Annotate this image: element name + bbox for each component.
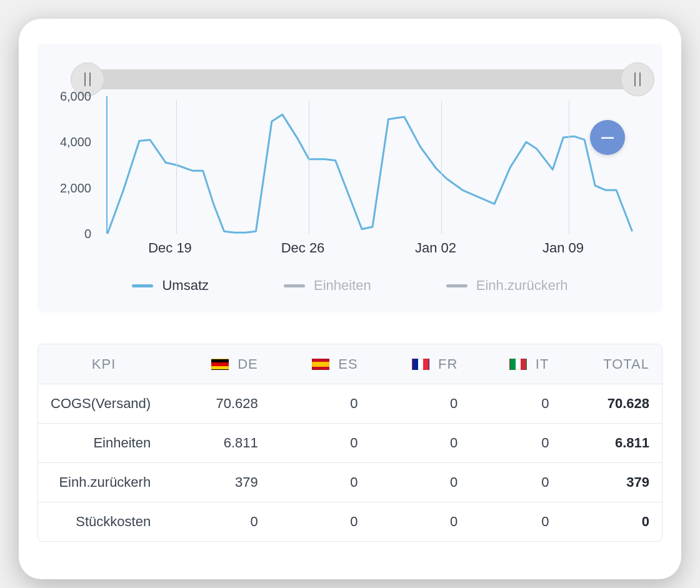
col-it: IT xyxy=(470,344,561,384)
cell-total: 0 xyxy=(561,502,662,542)
dashboard-card: 02,0004,0006,000 – Dec 19Dec 26Jan 02Jan… xyxy=(19,19,681,579)
col-de: DE xyxy=(169,344,271,384)
cell-de: 70.628 xyxy=(169,384,271,424)
legend-item[interactable]: Einheiten xyxy=(284,277,371,294)
x-tick: Jan 02 xyxy=(415,240,456,256)
chart-legend: UmsatzEinheitenEinh.zurückerh xyxy=(50,277,650,294)
cell-fr: 0 xyxy=(371,424,471,463)
gridline xyxy=(569,101,569,234)
x-tick: Jan 09 xyxy=(542,240,584,256)
flag-it-icon xyxy=(509,359,527,370)
gridline xyxy=(441,101,442,234)
table-row: Einheiten6.8110006.811 xyxy=(38,424,662,463)
cell-kpi: Einh.zurückerh xyxy=(38,463,169,502)
gridline xyxy=(176,101,177,234)
y-axis: 02,0004,0006,000 xyxy=(56,96,100,234)
col-es: ES xyxy=(271,344,371,384)
cell-es: 0 xyxy=(271,424,371,463)
flag-es-icon xyxy=(312,359,329,370)
cell-kpi: Einheiten xyxy=(38,424,169,463)
legend-label: Einheiten xyxy=(314,277,371,294)
cell-es: 0 xyxy=(271,502,371,542)
cell-de: 6.811 xyxy=(169,424,271,463)
cell-it: 0 xyxy=(470,463,561,502)
y-tick: 4,000 xyxy=(60,135,91,149)
legend-item[interactable]: Umsatz xyxy=(132,277,209,294)
cell-it: 0 xyxy=(470,384,561,424)
legend-item[interactable]: Einh.zurückerh xyxy=(446,277,568,294)
legend-swatch-icon xyxy=(446,284,468,287)
cell-fr: 0 xyxy=(371,502,471,542)
date-range-slider[interactable] xyxy=(88,62,638,96)
cell-total: 6.811 xyxy=(561,424,662,463)
table-header-row: KPI DE ES FR IT TOTAL xyxy=(38,344,662,384)
x-tick: Dec 19 xyxy=(148,240,192,256)
chart-panel: 02,0004,0006,000 – Dec 19Dec 26Jan 02Jan… xyxy=(38,44,662,312)
cell-it: 0 xyxy=(470,424,561,463)
cell-fr: 0 xyxy=(371,463,471,502)
cell-es: 0 xyxy=(271,384,371,424)
gridline xyxy=(309,101,309,234)
legend-label: Umsatz xyxy=(162,277,209,294)
kpi-table: KPI DE ES FR IT TOTAL COGS(Versand)70.62… xyxy=(38,344,662,542)
y-tick: 6,000 xyxy=(60,89,91,104)
col-total: TOTAL xyxy=(561,344,662,384)
minus-fab[interactable]: – xyxy=(590,120,625,155)
y-tick: 2,000 xyxy=(60,181,91,195)
line-chart: 02,0004,0006,000 – Dec 19Dec 26Jan 02Jan… xyxy=(56,96,638,252)
cell-it: 0 xyxy=(470,502,561,542)
slider-handle-right[interactable] xyxy=(621,62,654,96)
table-row: Einh.zurückerh379000379 xyxy=(38,463,662,502)
cell-total: 70.628 xyxy=(561,384,662,424)
slider-track xyxy=(88,69,638,89)
legend-swatch-icon xyxy=(132,284,153,287)
flag-fr-icon xyxy=(412,359,429,370)
cell-fr: 0 xyxy=(371,384,471,424)
cell-de: 0 xyxy=(169,502,271,542)
y-tick: 0 xyxy=(84,227,91,241)
cell-de: 379 xyxy=(169,463,271,502)
cell-es: 0 xyxy=(271,463,371,502)
cell-kpi: Stückkosten xyxy=(38,502,169,542)
table-row: Stückkosten00000 xyxy=(38,502,662,542)
flag-de-icon xyxy=(211,359,229,370)
legend-swatch-icon xyxy=(284,284,305,287)
chart-plot: – xyxy=(106,96,638,234)
cell-total: 379 xyxy=(561,463,662,502)
col-kpi: KPI xyxy=(38,344,169,384)
legend-label: Einh.zurückerh xyxy=(476,277,568,294)
x-axis: Dec 19Dec 26Jan 02Jan 09 xyxy=(106,240,638,259)
table-row: COGS(Versand)70.62800070.628 xyxy=(38,384,662,424)
cell-kpi: COGS(Versand) xyxy=(38,384,169,424)
x-tick: Dec 26 xyxy=(281,240,325,256)
col-fr: FR xyxy=(371,344,471,384)
